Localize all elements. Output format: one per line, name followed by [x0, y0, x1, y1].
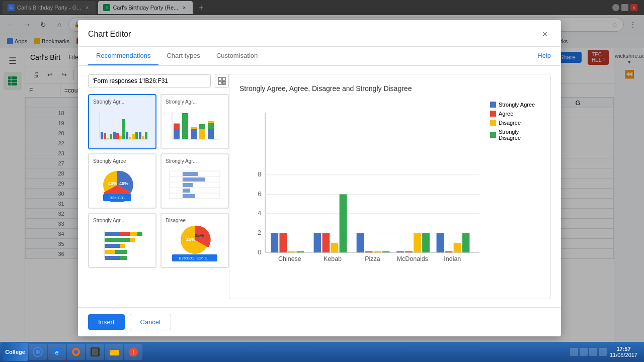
tray-icon2 [580, 348, 588, 356]
system-tray: 17:57 11/05/2017 [566, 346, 641, 358]
start-button[interactable]: College [3, 343, 28, 361]
chart-plot-area: 0 2 4 6 8 [239, 97, 485, 289]
svg-text:McDonalds: McDonalds [397, 255, 428, 262]
taskbar-ie-icon[interactable]: e [48, 344, 66, 360]
svg-rect-102 [382, 251, 390, 252]
thumb-bar-grouped[interactable]: Strongly Agr... [88, 94, 156, 149]
svg-rect-26 [139, 132, 141, 139]
tab-recommendations[interactable]: Recommendations [88, 47, 158, 65]
svg-rect-20 [119, 136, 122, 139]
thumb-pie-disagree[interactable]: Disagree 25% 25% B26:B31, E26:E... [160, 213, 229, 268]
svg-rect-68 [105, 250, 115, 254]
chart-svg: 0 2 4 6 8 [239, 97, 485, 289]
data-range-input[interactable] [88, 74, 211, 87]
tab-customisation[interactable]: Customisation [208, 47, 266, 65]
thumb-stacked-bar[interactable]: Strongly Agr... [160, 94, 229, 149]
svg-rect-22 [126, 132, 128, 139]
svg-rect-94 [314, 233, 321, 253]
svg-rect-18 [113, 132, 116, 139]
svg-rect-10 [218, 81, 221, 84]
thumb4-chart [166, 166, 224, 204]
help-link[interactable]: Help [537, 47, 551, 65]
grid-select-icon[interactable] [215, 74, 229, 88]
thumb1-title: Strongly Agr... [93, 99, 151, 105]
thumb3-chart: 40% 40% B26:C31 [93, 166, 151, 204]
svg-rect-61 [120, 232, 130, 236]
legend-strongly-disagree: Strongly Disagree [490, 129, 540, 141]
svg-rect-107 [422, 233, 430, 253]
svg-rect-101 [374, 251, 381, 252]
thumb5-chart [93, 225, 151, 263]
svg-rect-100 [365, 251, 373, 252]
thumb3-title: Strongly Agree [93, 158, 151, 164]
svg-rect-99 [357, 233, 364, 253]
taskbar-folder-icon[interactable] [105, 344, 123, 360]
svg-rect-69 [115, 250, 127, 254]
svg-rect-62 [130, 232, 137, 236]
svg-rect-9 [222, 77, 225, 80]
editor-body: Strongly Agr... [78, 66, 561, 307]
taskbar: College e ! 17:57 11/05/2017 [0, 342, 644, 362]
svg-rect-97 [340, 194, 347, 252]
chart-container: 0 2 4 6 8 [239, 97, 540, 289]
legend-a-color [490, 111, 496, 117]
taskbar-app6-icon[interactable]: ! [124, 344, 142, 360]
svg-text:4: 4 [258, 210, 261, 217]
svg-rect-24 [132, 134, 135, 139]
svg-rect-55 [183, 177, 205, 182]
cancel-btn[interactable]: Cancel [130, 314, 171, 330]
svg-text:40%: 40% [119, 181, 128, 186]
svg-rect-91 [288, 251, 295, 252]
svg-rect-25 [135, 132, 138, 139]
thumb-horiz-stacked[interactable]: Strongly Agr... [88, 213, 156, 268]
tray-icons [570, 348, 607, 356]
svg-rect-41 [208, 123, 214, 129]
svg-text:Indian: Indian [444, 255, 461, 262]
taskbar-firefox-icon[interactable] [67, 344, 85, 360]
svg-rect-37 [191, 127, 197, 129]
svg-rect-65 [130, 238, 135, 242]
svg-rect-39 [199, 124, 205, 129]
legend-d-label: Disagree [499, 120, 521, 126]
legend-sd-label: Strongly Disagree [499, 129, 540, 141]
svg-rect-105 [405, 251, 413, 252]
svg-rect-109 [437, 233, 444, 253]
svg-rect-60 [105, 232, 120, 236]
editor-header: Chart Editor × [78, 20, 561, 47]
thumb-table-chart[interactable]: Strongly Agr... [160, 153, 229, 209]
legend-sd-color [490, 132, 496, 138]
svg-rect-67 [120, 244, 125, 248]
svg-rect-16 [107, 138, 109, 139]
insert-btn[interactable]: Insert [88, 314, 125, 330]
tray-icon4 [599, 348, 607, 356]
svg-rect-19 [116, 133, 119, 139]
editor-close-btn[interactable]: × [539, 28, 551, 40]
taskbar-chrome-icon[interactable] [29, 344, 47, 360]
chart-legend: Strongly Agree Agree Disagree Strongly D… [490, 97, 540, 289]
svg-rect-96 [331, 243, 339, 252]
svg-rect-33 [174, 123, 180, 124]
svg-rect-71 [120, 256, 127, 260]
svg-rect-111 [454, 243, 461, 252]
svg-rect-54 [183, 172, 198, 176]
taskbar-app4-icon[interactable] [86, 344, 104, 360]
chart-preview-panel: Strongly Agree, Agree, Disagree and Stro… [229, 74, 551, 299]
chart-thumbnails: Strongly Agr... [88, 94, 229, 268]
thumb4-title: Strongly Agr... [166, 158, 224, 164]
svg-text:25%: 25% [195, 233, 204, 238]
thumb2-chart [166, 107, 224, 144]
legend-sa-label: Strongly Agree [499, 102, 535, 108]
svg-point-115 [36, 350, 40, 354]
data-range-row [88, 74, 229, 88]
svg-rect-104 [396, 251, 404, 252]
svg-rect-8 [218, 77, 221, 80]
thumb-pie-chart[interactable]: Strongly Agree 40% 40% B26:C31 [88, 153, 156, 209]
tab-chart-types[interactable]: Chart types [158, 47, 208, 65]
editor-title: Chart Editor [88, 30, 131, 39]
svg-rect-34 [182, 114, 188, 139]
svg-rect-112 [462, 233, 470, 253]
editor-tabs: Recommendations Chart types Customisatio… [78, 47, 561, 66]
svg-rect-64 [105, 238, 130, 242]
svg-rect-66 [105, 244, 120, 248]
svg-rect-121 [110, 350, 114, 352]
